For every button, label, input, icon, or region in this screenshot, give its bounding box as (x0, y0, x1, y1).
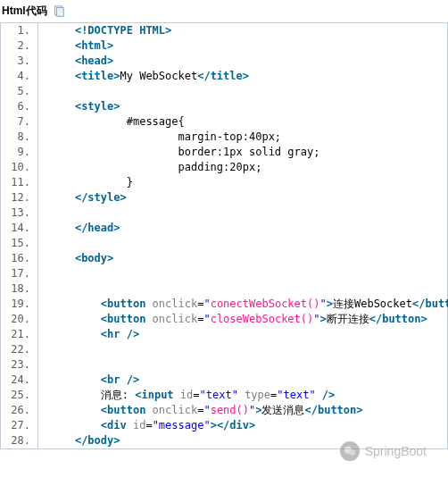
code-content: <title>My WebSocket</title> (38, 69, 249, 84)
code-content: </head> (38, 221, 120, 236)
code-content: <hr /> (38, 327, 139, 342)
code-content: <!DOCTYPE HTML> (38, 23, 171, 38)
line-number: 12. (1, 190, 38, 205)
line-number: 18. (1, 281, 38, 297)
code-line: 12. </style> (1, 190, 447, 205)
code-line: 10. padding:20px; (1, 160, 447, 175)
line-number: 16. (1, 251, 38, 266)
code-content (38, 357, 49, 373)
code-line: 7. #message{ (1, 114, 447, 130)
code-line: 26. <button onclick="send()">发送消息</butto… (1, 403, 447, 418)
code-line: 6. <style> (1, 99, 447, 114)
code-block-title: Html代码 (2, 4, 47, 19)
line-number: 20. (1, 312, 38, 327)
code-content: <head> (38, 54, 113, 69)
svg-rect-1 (56, 7, 63, 16)
wechat-icon (340, 441, 360, 449)
code-content: <button onclick="closeWebSocket()">断开连接<… (38, 312, 427, 327)
copy-icon[interactable] (53, 5, 65, 18)
code-line: 18. (1, 281, 447, 297)
code-content: <br /> (38, 373, 139, 388)
line-number: 28. (1, 433, 38, 448)
code-content: <body> (38, 251, 113, 266)
code-content (38, 236, 49, 251)
code-content: <button onclick="send()">发送消息</button> (38, 403, 363, 418)
code-content: } (38, 175, 133, 190)
code-line: 19. <button onclick="conectWebSocket()">… (1, 297, 447, 312)
code-line: 27. <div id="message"></div> (1, 418, 447, 433)
line-number: 10. (1, 160, 38, 175)
code-content (38, 342, 49, 357)
code-line: 20. <button onclick="closeWebSocket()">断… (1, 312, 447, 327)
watermark: SpringBoot (340, 441, 427, 449)
code-content: #message{ (38, 114, 185, 130)
code-line: 16. <body> (1, 251, 447, 266)
code-content (38, 281, 49, 297)
code-content: <html> (38, 38, 113, 54)
line-number: 17. (1, 266, 38, 281)
line-number: 22. (1, 342, 38, 357)
code-line: 23. (1, 357, 447, 373)
line-number: 6. (1, 99, 38, 114)
code-line: 11. } (1, 175, 447, 190)
line-number: 13. (1, 205, 38, 221)
code-content: </style> (38, 190, 127, 205)
code-line: 13. (1, 205, 447, 221)
code-line: 25. 消息: <input id="text" type="text" /> (1, 388, 447, 403)
code-line: 8. margin-top:40px; (1, 130, 447, 145)
code-block-header: Html代码 (0, 0, 448, 22)
code-block: 1. <!DOCTYPE HTML>2. <html>3. <head>4. <… (0, 22, 448, 449)
line-number: 21. (1, 327, 38, 342)
code-content: padding:20px; (38, 160, 261, 175)
code-line: 2. <html> (1, 38, 447, 54)
line-number: 3. (1, 54, 38, 69)
code-line: 22. (1, 342, 447, 357)
code-line: 17. (1, 266, 447, 281)
code-line: 24. <br /> (1, 373, 447, 388)
code-line: 15. (1, 236, 447, 251)
code-line: 5. (1, 84, 447, 99)
code-line: 3. <head> (1, 54, 447, 69)
code-content: border:1px solid gray; (38, 145, 319, 160)
line-number: 11. (1, 175, 38, 190)
line-number: 14. (1, 221, 38, 236)
code-content (38, 266, 49, 281)
line-number: 25. (1, 388, 38, 403)
code-content: </body> (38, 433, 120, 448)
line-number: 27. (1, 418, 38, 433)
line-number: 9. (1, 145, 38, 160)
line-number: 26. (1, 403, 38, 418)
line-number: 5. (1, 84, 38, 99)
code-line: 21. <hr /> (1, 327, 447, 342)
code-line: 14. </head> (1, 221, 447, 236)
watermark-text: SpringBoot (365, 444, 427, 449)
line-number: 15. (1, 236, 38, 251)
line-number: 8. (1, 130, 38, 145)
code-line: 4. <title>My WebSocket</title> (1, 69, 447, 84)
svg-point-2 (344, 447, 352, 449)
line-number: 4. (1, 69, 38, 84)
code-content: <button onclick="conectWebSocket()">连接We… (38, 297, 448, 312)
line-number: 23. (1, 357, 38, 373)
code-line: 1. <!DOCTYPE HTML> (1, 23, 447, 38)
code-content (38, 84, 49, 99)
code-content (38, 205, 49, 221)
line-number: 7. (1, 114, 38, 130)
code-content: <style> (38, 99, 120, 114)
code-line: 9. border:1px solid gray; (1, 145, 447, 160)
code-content: <div id="message"></div> (38, 418, 255, 433)
line-number: 2. (1, 38, 38, 54)
line-number: 1. (1, 23, 38, 38)
line-number: 24. (1, 373, 38, 388)
code-content: 消息: <input id="text" type="text" /> (38, 388, 335, 403)
line-number: 19. (1, 297, 38, 312)
code-content: margin-top:40px; (38, 130, 281, 145)
